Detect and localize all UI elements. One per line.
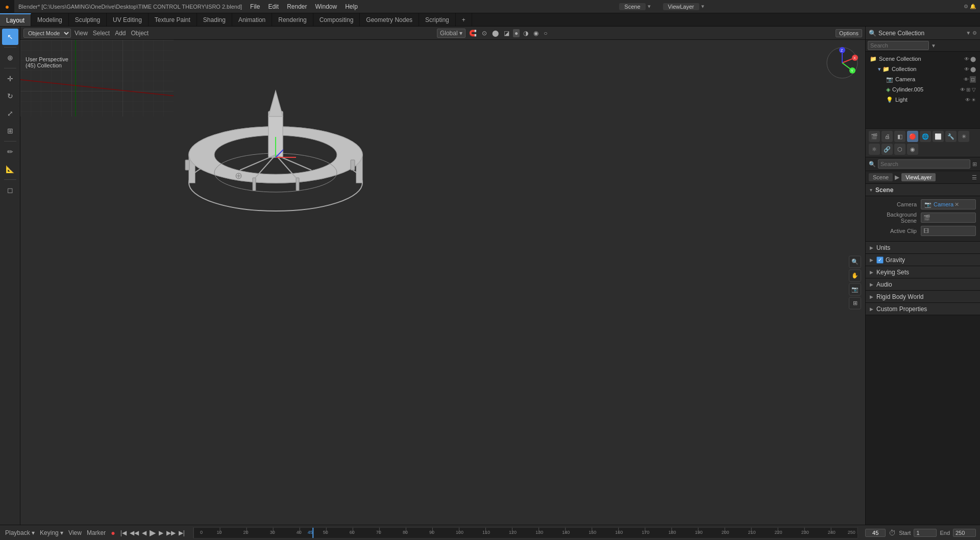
eye-icon[interactable]: 👁: [964, 56, 969, 62]
constraints-props-btn[interactable]: 🔗: [881, 144, 893, 155]
menu-edit[interactable]: Edit: [264, 0, 283, 13]
scene-tab-btn[interactable]: Scene: [869, 173, 893, 181]
jump-last-btn[interactable]: ▶|: [178, 528, 186, 537]
transform-tool-button[interactable]: ⊞: [2, 123, 18, 139]
units-section-header[interactable]: ▶ Units: [866, 242, 980, 254]
timeline-view-btn[interactable]: View: [67, 528, 83, 537]
shading-solid-btn[interactable]: ●: [513, 29, 520, 37]
tab-geometry-nodes[interactable]: Geometry Nodes: [360, 13, 419, 26]
tab-animation[interactable]: Animation: [232, 13, 272, 26]
bg-scene-value[interactable]: 🎬: [921, 213, 976, 223]
overlay-btn[interactable]: ⬤: [491, 29, 500, 37]
next-frame-btn[interactable]: ▶▶: [165, 528, 177, 537]
shading-render-btn[interactable]: ◉: [532, 29, 540, 37]
timeline-marker-btn[interactable]: Marker: [86, 528, 107, 537]
viewport-add-btn[interactable]: Add: [113, 29, 127, 37]
particles-props-btn[interactable]: ✳: [958, 131, 969, 142]
keying-sets-section-header[interactable]: ▶ Keying Sets: [866, 266, 980, 278]
viewport-gizmo[interactable]: X Y Z: [824, 45, 860, 81]
data-props-btn[interactable]: ⬡: [894, 144, 905, 155]
props-menu-icon[interactable]: ☰: [972, 174, 977, 181]
current-frame-display[interactable]: 45: [865, 529, 886, 537]
viewport-mode-select[interactable]: Object Mode: [23, 29, 71, 38]
add-cube-tool-button[interactable]: ◻: [2, 182, 18, 198]
xray-btn[interactable]: ◪: [502, 29, 511, 37]
world-props-btn[interactable]: 🌐: [920, 131, 931, 142]
main-viewport[interactable]: Object Mode View Select Add Object Globa…: [20, 27, 865, 525]
render-props-btn[interactable]: 🎬: [869, 131, 880, 142]
viewport-select-btn[interactable]: Select: [91, 29, 111, 37]
record-btn[interactable]: ●: [110, 528, 116, 538]
menu-window[interactable]: Window: [311, 0, 341, 13]
cursor-tool-button[interactable]: ⊕: [2, 50, 18, 66]
camera-eye-icon[interactable]: 👁: [964, 77, 969, 82]
viewport-options-btn[interactable]: Options: [836, 29, 862, 37]
shading-material-btn[interactable]: ◑: [522, 29, 530, 37]
light-eye-icon[interactable]: 👁: [965, 97, 970, 103]
tab-sculpting[interactable]: Sculpting: [69, 13, 107, 26]
tab-scripting[interactable]: Scripting: [419, 13, 456, 26]
collection-filter-icon[interactable]: ⬤: [970, 66, 976, 72]
tab-uv-editing[interactable]: UV Editing: [107, 13, 149, 26]
active-clip-value[interactable]: 🎞: [921, 226, 976, 236]
tab-modeling[interactable]: Modeling: [31, 13, 69, 26]
view-layer-props-btn[interactable]: ◧: [894, 131, 905, 142]
orthographic-btn[interactable]: ⊞: [849, 297, 861, 309]
outliner-cylinder-item[interactable]: ◈ Cylinder.005 👁 ⊞ ▽: [866, 84, 980, 95]
physics-props-btn[interactable]: ⚛: [869, 144, 880, 155]
timeline-keying-btn[interactable]: Keying ▾: [39, 528, 64, 537]
play-btn[interactable]: ▶: [149, 527, 157, 538]
timeline-playback-btn[interactable]: Playback ▾: [4, 528, 36, 537]
select-tool-button[interactable]: ↖: [2, 29, 18, 45]
prev-frame-btn[interactable]: ◀◀: [129, 528, 140, 537]
measure-tool-button[interactable]: 📐: [2, 161, 18, 177]
move-tool-button[interactable]: ✛: [2, 71, 18, 87]
camera-persp-btn[interactable]: 📷: [849, 283, 861, 295]
outliner-scene-collection[interactable]: 📁 Scene Collection 👁 ⬤: [866, 54, 980, 64]
rotate-tool-button[interactable]: ↻: [2, 88, 18, 104]
gravity-checkbox[interactable]: ✓ Gravity: [876, 256, 905, 264]
camera-clear-btn[interactable]: ✕: [953, 201, 960, 208]
material-props-btn[interactable]: ◉: [907, 144, 918, 155]
viewlayer-tab-btn[interactable]: ViewLayer: [901, 173, 936, 181]
scene-section-header[interactable]: ▾ Scene: [866, 184, 980, 196]
scene-selector[interactable]: Scene: [619, 3, 645, 10]
tab-layout[interactable]: Layout: [0, 13, 31, 26]
next-key-btn[interactable]: ▶: [158, 528, 164, 537]
start-frame-input[interactable]: [914, 529, 937, 537]
gravity-section-header[interactable]: ▶ ✓ Gravity: [866, 254, 980, 266]
cylinder-eye-icon[interactable]: 👁: [960, 87, 965, 92]
pan-btn[interactable]: ✋: [849, 269, 861, 281]
outliner-light-item[interactable]: 💡 Light 👁 ☀: [866, 95, 980, 105]
modifier-props-btn[interactable]: 🔧: [945, 131, 957, 142]
menu-file[interactable]: File: [246, 0, 264, 13]
view-icon[interactable]: ⬤: [970, 56, 976, 62]
viewport-canvas[interactable]: X Y Z 🔍 ✋ 📷 ⊞ User Perspective (45) Coll…: [20, 40, 865, 525]
object-props-btn[interactable]: ⬜: [933, 131, 944, 142]
menu-help[interactable]: Help: [341, 0, 362, 13]
tab-rendering[interactable]: Rendering: [272, 13, 313, 26]
tab-texture-paint[interactable]: Texture Paint: [149, 13, 197, 26]
prev-key-btn[interactable]: ◀: [141, 528, 148, 537]
viewport-object-btn[interactable]: Object: [130, 29, 151, 37]
viewport-view-btn[interactable]: View: [73, 29, 89, 37]
shading-preview-btn[interactable]: ○: [542, 29, 549, 37]
rigid-body-world-section-header[interactable]: ▶ Rigid Body World: [866, 291, 980, 303]
snap-btn[interactable]: 🧲: [468, 29, 478, 37]
scale-tool-button[interactable]: ⤢: [2, 105, 18, 122]
viewlayer-selector[interactable]: ViewLayer: [663, 3, 699, 10]
end-frame-input[interactable]: [953, 529, 976, 537]
global-orientation-btn[interactable]: Global ▾: [437, 29, 465, 38]
proportional-btn[interactable]: ⊙: [480, 29, 488, 37]
camera-restrict-icon[interactable]: □: [970, 76, 976, 83]
props-expand-icon[interactable]: ⊞: [972, 161, 977, 168]
outliner-search-input[interactable]: [868, 41, 929, 50]
props-search-input[interactable]: [878, 159, 970, 169]
scene-props-btn[interactable]: 🔴: [907, 131, 918, 142]
tab-shading[interactable]: Shading: [197, 13, 232, 26]
audio-section-header[interactable]: ▶ Audio: [866, 278, 980, 291]
tab-compositing[interactable]: Compositing: [313, 13, 360, 26]
output-props-btn[interactable]: 🖨: [881, 131, 893, 142]
tab-add[interactable]: +: [456, 13, 472, 26]
menu-render[interactable]: Render: [283, 0, 311, 13]
